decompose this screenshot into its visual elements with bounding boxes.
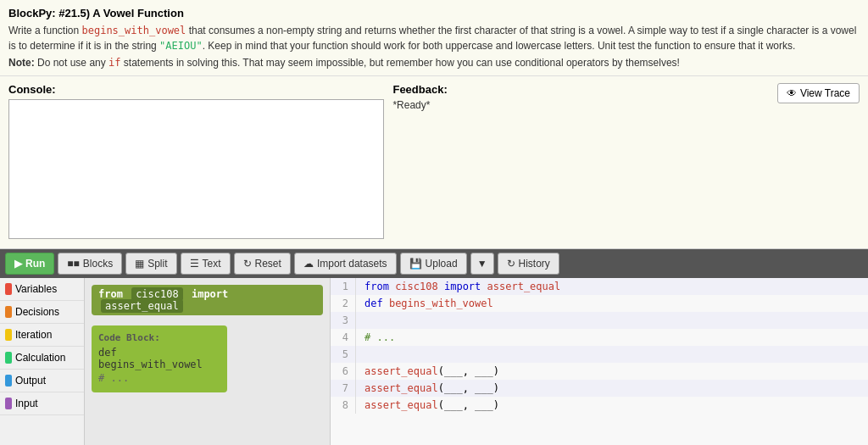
code-comment-line: # ... (98, 372, 220, 384)
top-section: BlockPy: #21.5) A Vowel Function Write a… (0, 0, 868, 76)
sidebar-item-decisions[interactable]: Decisions (0, 301, 84, 324)
code-line-8: 8 assert_equal(___, ___) (331, 397, 868, 414)
import-button[interactable]: ☁ Import datasets (294, 253, 397, 275)
from-keyword: from (98, 288, 129, 300)
sidebar-item-calculation[interactable]: Calculation (0, 347, 84, 370)
history-button[interactable]: ↻ History (498, 253, 559, 275)
string-highlight: "AEIOU" (159, 40, 203, 52)
code-def-line: def begins_with_vowel (98, 347, 220, 370)
text-button[interactable]: ☰ Text (181, 253, 231, 275)
line-content-4: # ... (361, 329, 398, 346)
view-trace-button[interactable]: 👁 View Trace (777, 83, 860, 103)
line-num-7: 7 (331, 380, 356, 397)
reset-label: Reset (255, 258, 281, 270)
code-line-2: 2 def begins_with_vowel (331, 295, 868, 312)
eye-icon: 👁 (787, 87, 797, 99)
console-label: Console: (8, 83, 384, 96)
sidebar: Variables Decisions Iteration Calculatio… (0, 278, 85, 445)
line-num-5: 5 (331, 346, 356, 363)
line-content-8: assert_equal(___, ___) (361, 397, 503, 414)
run-button[interactable]: ▶ Run (5, 253, 54, 275)
code-line-1: 1 from cisc108 import assert_equal (331, 278, 868, 295)
code-line-3: 3 (331, 312, 868, 329)
console-textarea[interactable] (8, 99, 384, 239)
line-num-4: 4 (331, 329, 356, 346)
import-label: Import datasets (317, 258, 387, 270)
line-content-1: from cisc108 import assert_equal (361, 278, 564, 295)
text-label: Text (203, 258, 221, 270)
split-button[interactable]: ▦ Split (125, 253, 176, 275)
code-block-title: Code Block: (98, 332, 220, 343)
input-label: Input (15, 398, 38, 409)
code-line-7: 7 assert_equal(___, ___) (331, 380, 868, 397)
upload-label: Upload (426, 258, 458, 270)
line-content-2: def begins_with_vowel (361, 295, 497, 312)
line-num-6: 6 (331, 363, 356, 380)
toolbar: ▶ Run ■■ Blocks ▦ Split ☰ Text ↻ Reset ☁… (0, 249, 868, 278)
line-content-6: assert_equal(___, ___) (361, 363, 503, 380)
desc-end: . Keep in mind that your function should… (203, 40, 796, 52)
line-content-7: assert_equal(___, ___) (361, 380, 503, 397)
reset-icon: ↻ (243, 258, 252, 270)
view-trace-label: View Trace (800, 87, 850, 99)
blocks-icon: ■■ (67, 258, 80, 270)
code-block[interactable]: Code Block: def begins_with_vowel # ... (92, 325, 227, 392)
main-area: Variables Decisions Iteration Calculatio… (0, 278, 868, 445)
code-line-4: 4 # ... (331, 329, 868, 346)
note-prefix: Do not use any (35, 57, 108, 69)
line-num-1: 1 (331, 278, 356, 295)
code-editor: 1 from cisc108 import assert_equal 2 def… (331, 278, 868, 445)
iteration-label: Iteration (15, 329, 52, 341)
desc-prefix: Write a function (8, 25, 81, 36)
import-keyword: import (192, 288, 228, 300)
run-label: Run (25, 258, 45, 270)
sidebar-item-input[interactable]: Input (0, 392, 84, 415)
history-icon: ↻ (507, 258, 515, 270)
console-panel: Console: (8, 83, 384, 242)
sidebar-item-variables[interactable]: Variables (0, 278, 84, 301)
if-keyword: if (108, 57, 120, 69)
feedback-panel: Feedback: *Ready* (392, 83, 768, 242)
line-num-2: 2 (331, 295, 356, 312)
sidebar-item-iteration[interactable]: Iteration (0, 324, 84, 347)
func-name-highlight: begins_with_vowel (81, 25, 186, 36)
line-num-3: 3 (331, 312, 356, 329)
decisions-label: Decisions (15, 306, 59, 318)
sidebar-item-output[interactable]: Output (0, 370, 84, 392)
output-label: Output (15, 375, 46, 387)
page-title: BlockPy: #21.5) A Vowel Function (8, 7, 860, 19)
reset-button[interactable]: ↻ Reset (234, 253, 291, 275)
dropdown-button[interactable]: ▼ (470, 253, 494, 275)
calculation-label: Calculation (15, 352, 65, 364)
blocks-button[interactable]: ■■ Blocks (58, 253, 122, 275)
line-num-8: 8 (331, 397, 356, 414)
play-icon: ▶ (14, 258, 22, 270)
note-suffix: statements in solving this. That may see… (121, 57, 680, 69)
import-block[interactable]: from cisc108 import assert_equal (92, 285, 323, 315)
cloud-icon: ☁ (303, 258, 314, 270)
middle-section: Console: Feedback: *Ready* 👁 View Trace (0, 76, 868, 249)
blocks-area: from cisc108 import assert_equal Code Bl… (85, 278, 331, 445)
history-label: History (519, 258, 550, 270)
code-line-6: 6 assert_equal(___, ___) (331, 363, 868, 380)
variables-label: Variables (15, 283, 57, 295)
split-icon: ▦ (135, 258, 144, 270)
upload-icon: 💾 (409, 258, 422, 270)
code-line-5: 5 (331, 346, 868, 363)
split-label: Split (147, 258, 167, 270)
description: Write a function begins_with_vowel that … (8, 23, 860, 53)
feedback-label: Feedback: (392, 83, 768, 96)
upload-button[interactable]: 💾 Upload (400, 253, 467, 275)
note: Note: Do not use any if statements in so… (8, 57, 860, 69)
import-func: assert_equal (101, 299, 183, 313)
feedback-status: *Ready* (392, 99, 768, 111)
blocks-label: Blocks (83, 258, 113, 270)
text-icon: ☰ (190, 258, 199, 270)
